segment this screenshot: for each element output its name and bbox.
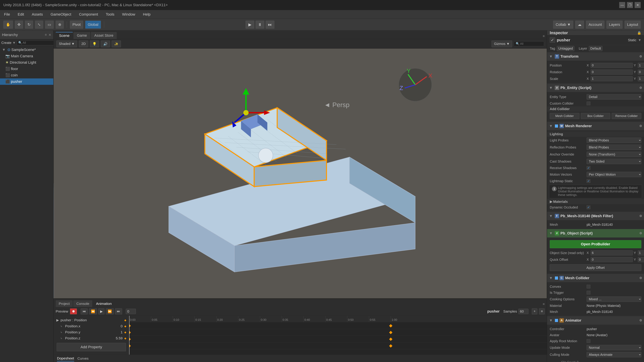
receive-shadows-checkbox[interactable] bbox=[587, 166, 590, 170]
component-settings-icon[interactable]: ⚙ bbox=[639, 231, 642, 235]
anim-tab-dopesheet[interactable]: Dopesheet bbox=[57, 356, 74, 361]
motion-vectors-dropdown[interactable]: Per Object Motion bbox=[587, 172, 641, 177]
rect-tool[interactable]: ▭ bbox=[45, 21, 54, 29]
offset-y-input[interactable] bbox=[638, 257, 644, 262]
culling-mode-dropdown[interactable]: Always Animate bbox=[587, 352, 641, 357]
cast-shadows-dropdown[interactable]: Two Sided bbox=[587, 159, 641, 164]
scale-x-input[interactable] bbox=[591, 76, 633, 81]
layer-dropdown[interactable]: Default bbox=[589, 46, 602, 51]
hierarchy-item-samplescene[interactable]: ▼ ⊙ SampleScene* bbox=[0, 46, 53, 53]
hierarchy-item-coin[interactable]: ⬛ coin bbox=[0, 72, 53, 78]
menu-edit[interactable]: Edit bbox=[16, 11, 25, 17]
menu-component[interactable]: Component bbox=[78, 11, 100, 17]
tab-animation[interactable]: Animation bbox=[93, 300, 114, 307]
scene-viewport[interactable]: X Y Z ◄ Persp bbox=[54, 49, 547, 298]
is-trigger-checkbox[interactable] bbox=[587, 291, 590, 295]
anim-group-position[interactable]: ▶ pusher : Position ◆ bbox=[55, 317, 128, 323]
anim-next-frame-button[interactable]: ⏩ bbox=[106, 308, 114, 314]
dynamic-occluded-checkbox[interactable] bbox=[587, 205, 590, 209]
cloud-button[interactable]: ☁ bbox=[575, 21, 584, 29]
update-mode-dropdown[interactable]: Normal bbox=[587, 345, 641, 350]
component-settings-icon[interactable]: ⚙ bbox=[639, 276, 642, 280]
component-pb-entity-header[interactable]: ▼ # Pb_Entity (Script) ⚙ bbox=[547, 84, 644, 92]
scale-y-input[interactable] bbox=[638, 76, 644, 81]
component-settings-icon[interactable]: ⚙ bbox=[639, 86, 642, 90]
anim-prev-frame-button[interactable]: ⏪ bbox=[89, 308, 97, 314]
component-settings-icon[interactable]: ⚙ bbox=[639, 214, 642, 218]
apply-offset-button[interactable]: Apply Offset bbox=[550, 264, 641, 271]
size-y-input[interactable] bbox=[638, 250, 644, 255]
pivot-button[interactable]: Pivot bbox=[70, 21, 83, 29]
anim-keyframe[interactable] bbox=[389, 338, 392, 341]
layers-button[interactable]: Layers bbox=[606, 21, 622, 29]
remove-collider-button[interactable]: Remove Collider bbox=[612, 113, 641, 119]
tag-dropdown[interactable]: Untagged bbox=[557, 46, 574, 51]
step-button[interactable]: ⏭ bbox=[266, 21, 274, 29]
global-button[interactable]: Global bbox=[85, 21, 101, 29]
close-button[interactable]: ✕ bbox=[634, 2, 641, 8]
mesh-collider-enable-checkbox[interactable] bbox=[555, 276, 558, 280]
component-transform-header[interactable]: ▼ T Transform ⚙ bbox=[547, 52, 644, 61]
tab-game[interactable]: Game bbox=[74, 32, 90, 39]
collab-button[interactable]: Collab ▼ bbox=[553, 21, 573, 29]
samples-input[interactable] bbox=[518, 309, 528, 314]
hand-tool[interactable]: ✋ bbox=[3, 21, 13, 29]
anim-goto-end-button[interactable]: ⏭ bbox=[115, 308, 122, 314]
pause-button[interactable]: ⏸ bbox=[256, 21, 264, 29]
mesh-renderer-enable-checkbox[interactable] bbox=[555, 124, 558, 128]
hierarchy-item-pusher[interactable]: ⬛ pusher bbox=[0, 78, 53, 85]
component-settings-icon[interactable]: ⚙ bbox=[639, 124, 642, 128]
object-active-checkbox[interactable]: ✓ bbox=[550, 37, 555, 43]
anchor-override-dropdown[interactable]: None (Transform) bbox=[587, 152, 641, 157]
tab-console[interactable]: Console bbox=[73, 300, 92, 307]
menu-window[interactable]: Window bbox=[121, 11, 136, 17]
cooking-options-dropdown[interactable]: Mixed ... bbox=[587, 297, 641, 302]
inspector-lock-icon[interactable]: 🔒 bbox=[637, 31, 641, 35]
layout-button[interactable]: Layout bbox=[624, 21, 641, 29]
lightmap-static-checkbox[interactable] bbox=[587, 179, 590, 183]
apply-root-motion-checkbox[interactable] bbox=[587, 339, 590, 343]
menu-help[interactable]: Help bbox=[142, 11, 152, 17]
anim-settings-button[interactable]: ≡ bbox=[539, 308, 545, 314]
component-settings-icon[interactable]: ⚙ bbox=[639, 55, 642, 58]
add-property-button[interactable]: Add Property bbox=[57, 343, 126, 351]
anim-add-curve-button[interactable]: + bbox=[532, 308, 538, 314]
anim-time-input[interactable] bbox=[126, 309, 136, 314]
transform-tool[interactable]: ⊕ bbox=[56, 21, 64, 29]
mesh-collider-button[interactable]: Mesh Collider bbox=[550, 113, 580, 119]
minimize-button[interactable]: — bbox=[619, 2, 625, 8]
menu-assets[interactable]: Assets bbox=[30, 11, 44, 17]
play-button[interactable]: ▶ bbox=[246, 21, 254, 29]
twod-button[interactable]: 2D bbox=[79, 40, 88, 47]
anim-keyframe[interactable] bbox=[389, 331, 392, 334]
anim-play-button[interactable]: ▶ bbox=[98, 308, 104, 314]
size-x-input[interactable] bbox=[591, 250, 633, 255]
pos-x-input[interactable] bbox=[591, 63, 633, 68]
hierarchy-item-directionallight[interactable]: ☀ Directional Light bbox=[0, 59, 53, 66]
hierarchy-item-floor[interactable]: ⬛ floor bbox=[0, 66, 53, 72]
audio-button[interactable]: 🔊 bbox=[101, 40, 110, 47]
scale-tool[interactable]: ⤡ bbox=[35, 21, 43, 29]
hierarchy-create-label[interactable]: Create bbox=[1, 41, 12, 45]
menu-gameobject[interactable]: GameObject bbox=[49, 11, 72, 17]
custom-collider-checkbox[interactable] bbox=[587, 102, 590, 105]
static-dropdown-icon[interactable]: ▼ bbox=[638, 38, 641, 42]
animator-enable-checkbox[interactable] bbox=[555, 319, 558, 322]
effects-button[interactable]: ✨ bbox=[112, 40, 121, 47]
hierarchy-item-maincamera[interactable]: 📷 Main Camera bbox=[0, 53, 53, 59]
component-mesh-filter-header[interactable]: ▼ F Pb_Mesh-318140 (Mesh Filter) ⚙ bbox=[547, 212, 644, 220]
anim-keyframe[interactable] bbox=[389, 344, 392, 348]
lighting-button[interactable]: 💡 bbox=[90, 40, 99, 47]
component-mesh-renderer-header[interactable]: ▼ M Mesh Renderer ⚙ bbox=[547, 122, 644, 130]
tab-scene[interactable]: Scene bbox=[56, 32, 73, 39]
scene-search-input[interactable] bbox=[514, 41, 544, 46]
rot-x-input[interactable] bbox=[591, 69, 633, 75]
rot-y-input[interactable] bbox=[638, 69, 644, 75]
convex-checkbox[interactable] bbox=[587, 285, 590, 289]
anim-timeline[interactable]: 0:00 0:05 0:10 0:15 0:20 0:25 0:30 0:35 … bbox=[129, 316, 547, 355]
component-pb-object-header[interactable]: ▼ # Pb_Object (Script) ⚙ bbox=[547, 229, 644, 238]
maximize-button[interactable]: ❐ bbox=[627, 2, 633, 8]
rotate-tool[interactable]: ↻ bbox=[25, 21, 33, 29]
anim-record-button[interactable]: ⏺ bbox=[70, 308, 77, 314]
component-animator-header[interactable]: ▼ A Animator ⚙ bbox=[547, 316, 644, 325]
